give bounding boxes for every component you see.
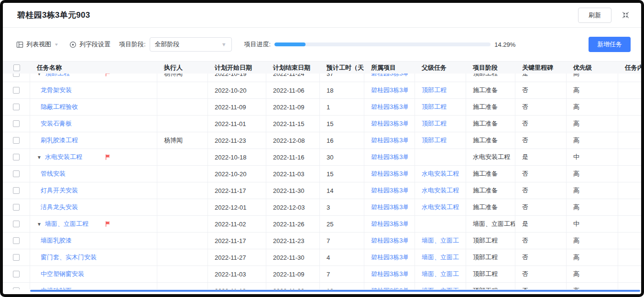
horizontal-scrollbar-thumb[interactable] bbox=[30, 290, 640, 292]
project-link[interactable]: 碧桂园3栋3单元903 bbox=[371, 103, 408, 111]
project-link[interactable]: 碧桂园3栋3单元903 bbox=[371, 220, 408, 228]
cell-assignee: 杨博闻 bbox=[157, 132, 208, 148]
task-name-link[interactable]: 隐蔽工程验收 bbox=[41, 103, 78, 111]
parent-task-link[interactable]: 顶部工程 bbox=[422, 86, 447, 95]
cell-task-content bbox=[618, 99, 641, 115]
task-name-link[interactable]: 洁具龙头安装 bbox=[41, 203, 78, 212]
task-name-link[interactable]: 墙面、立面工程 bbox=[45, 220, 88, 228]
cell-milestone: 否 bbox=[515, 99, 567, 115]
row-checkbox[interactable] bbox=[13, 271, 20, 277]
cell-milestone: 否 bbox=[515, 132, 567, 148]
refresh-button[interactable]: 刷新 bbox=[578, 8, 611, 23]
cell-project: 碧桂园3栋3单元903 bbox=[364, 74, 415, 82]
parent-task-link[interactable]: 墙面、立面工程 bbox=[422, 236, 459, 245]
parent-task-link[interactable]: 水电安装工程 bbox=[422, 203, 459, 212]
table-row: ▼墙面、立面工程2022-11-022022-11-2625碧桂园3栋3单元90… bbox=[3, 216, 641, 233]
cell-est-days: 7 bbox=[320, 233, 364, 249]
view-switcher[interactable]: 列表视图 ▼ bbox=[16, 40, 59, 49]
task-name-link[interactable]: 管线安装 bbox=[41, 170, 65, 178]
cell-task-content bbox=[618, 249, 641, 265]
cell-parent-task: 墙面、立面工程 bbox=[415, 283, 466, 289]
cell-end-date: 2022-11-03 bbox=[266, 166, 320, 182]
row-checkbox[interactable] bbox=[13, 187, 20, 194]
parent-task-link[interactable]: 墙面、立面工程 bbox=[422, 286, 459, 289]
column-header-project: 所属项目 bbox=[364, 62, 415, 74]
project-link[interactable]: 碧桂园3栋3单元903 bbox=[371, 86, 408, 95]
project-link[interactable]: 碧桂园3栋3单元903 bbox=[371, 270, 408, 278]
collapse-triangle-icon[interactable]: ▼ bbox=[37, 222, 42, 227]
table-header-row: 任务名称 执行人 计划开始日期 计划结束日期 预计工时（天） 所属项目 父级任务… bbox=[3, 61, 641, 74]
parent-task-link[interactable]: 水电安装工程 bbox=[422, 186, 459, 195]
row-checkbox[interactable] bbox=[13, 137, 20, 144]
project-link[interactable]: 碧桂园3栋3单元903 bbox=[371, 186, 408, 195]
project-link[interactable]: 碧桂园3栋3单元903 bbox=[371, 119, 408, 128]
collapse-triangle-icon[interactable]: ▼ bbox=[37, 74, 42, 76]
project-link[interactable]: 碧桂园3栋3单元903 bbox=[371, 236, 408, 245]
cell-task-name: 墙面乳胶漆 bbox=[30, 233, 157, 249]
cell-parent-task: 顶部工程 bbox=[415, 116, 466, 132]
task-name-link[interactable]: 灯具开关安装 bbox=[41, 186, 78, 195]
parent-task-link[interactable]: 墙面、立面工程 bbox=[422, 270, 459, 278]
parent-task-link[interactable]: 顶部工程 bbox=[422, 119, 447, 128]
cell-task-name: ▼水电安装工程 bbox=[30, 149, 157, 165]
row-checkbox[interactable] bbox=[13, 170, 20, 177]
parent-task-link[interactable]: 水电安装工程 bbox=[422, 170, 459, 178]
select-all-checkbox[interactable] bbox=[13, 64, 20, 71]
project-link[interactable]: 碧桂园3栋3单元903 bbox=[371, 203, 408, 212]
parent-task-link[interactable]: 顶部工程 bbox=[422, 103, 447, 111]
cell-priority: 高 bbox=[567, 82, 618, 98]
row-checkbox[interactable] bbox=[13, 87, 20, 94]
project-link[interactable]: 碧桂园3栋3单元903 bbox=[371, 253, 408, 262]
row-checkbox[interactable] bbox=[13, 221, 20, 227]
cell-checkbox bbox=[3, 116, 30, 132]
row-checkbox[interactable] bbox=[13, 237, 20, 244]
cell-checkbox bbox=[3, 166, 30, 182]
cell-task-name: 灯具开关安装 bbox=[30, 182, 157, 199]
project-link[interactable]: 碧桂园3栋3单元903 bbox=[371, 170, 408, 178]
row-checkbox[interactable] bbox=[13, 254, 20, 261]
task-name-link[interactable]: 窗门套、实木门安装 bbox=[41, 253, 97, 262]
task-name-link[interactable]: 水电安装工程 bbox=[45, 153, 82, 161]
task-name-link[interactable]: 顶部工程 bbox=[45, 74, 70, 78]
collapse-fullscreen-icon[interactable] bbox=[620, 10, 631, 21]
cell-milestone: 否 bbox=[515, 283, 567, 289]
column-settings-button[interactable]: 列字段设置 bbox=[69, 40, 110, 49]
row-checkbox[interactable] bbox=[13, 104, 20, 110]
cell-end-date: 2022-11-09 bbox=[266, 266, 320, 282]
project-link[interactable]: 碧桂园3栋3单元903 bbox=[371, 153, 408, 161]
task-name-link[interactable]: 内墙砖贴面 bbox=[41, 286, 72, 289]
row-checkbox[interactable] bbox=[13, 74, 20, 77]
cell-assignee bbox=[157, 216, 208, 232]
task-name-link[interactable]: 中空塑钢窗安装 bbox=[41, 270, 84, 278]
cell-task-name: 隐蔽工程验收 bbox=[30, 99, 157, 115]
parent-task-link[interactable]: 墙面、立面工程 bbox=[422, 253, 459, 262]
cell-milestone: 否 bbox=[515, 116, 567, 132]
column-header-start-date: 计划开始日期 bbox=[208, 62, 266, 74]
cell-project: 碧桂园3栋3单元903 bbox=[364, 216, 415, 232]
row-checkbox[interactable] bbox=[13, 204, 20, 211]
cell-phase: 施工准备 bbox=[466, 199, 515, 215]
task-name-link[interactable]: 安装石膏板 bbox=[41, 119, 72, 128]
cell-end-date: 2022-11-09 bbox=[266, 99, 320, 115]
phase-filter-select[interactable]: 全部阶段 ▼ bbox=[150, 37, 232, 52]
add-task-button[interactable]: 新增任务 bbox=[589, 37, 631, 52]
project-link[interactable]: 碧桂园3栋3单元903 bbox=[371, 136, 408, 145]
task-name-link[interactable]: 龙骨架安装 bbox=[41, 86, 72, 95]
table-row: 管线安装2022-10-202022-11-0315碧桂园3栋3单元903水电安… bbox=[3, 166, 641, 182]
project-link[interactable]: 碧桂园3栋3单元903 bbox=[371, 286, 408, 289]
row-checkbox[interactable] bbox=[13, 154, 20, 160]
cell-phase: 施工准备 bbox=[466, 166, 515, 182]
cell-project: 碧桂园3栋3单元903 bbox=[364, 233, 415, 249]
project-progress-bar: 14.29% bbox=[274, 41, 515, 48]
task-name-link[interactable]: 墙面乳胶漆 bbox=[41, 236, 72, 245]
cell-task-name: 窗门套、实木门安装 bbox=[30, 249, 157, 265]
cell-phase: 施工准备 bbox=[466, 132, 515, 148]
parent-task-link[interactable]: 顶部工程 bbox=[422, 136, 447, 145]
cell-est-days: 7 bbox=[320, 266, 364, 282]
cell-est-days: 15 bbox=[320, 116, 364, 132]
project-link[interactable]: 碧桂园3栋3单元903 bbox=[371, 74, 408, 78]
task-name-link[interactable]: 刷乳胶漆工程 bbox=[41, 136, 78, 145]
collapse-triangle-icon[interactable]: ▼ bbox=[37, 155, 42, 160]
row-checkbox[interactable] bbox=[13, 287, 20, 289]
row-checkbox[interactable] bbox=[13, 120, 20, 127]
